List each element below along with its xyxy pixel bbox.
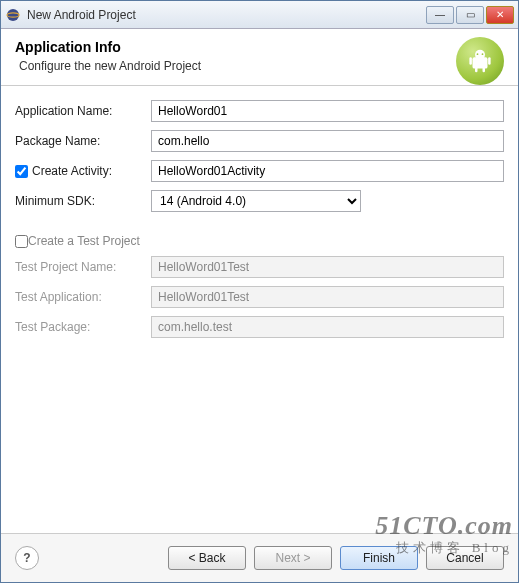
create-activity-label: Create Activity: [32, 164, 145, 178]
test-package-label: Test Package: [15, 320, 145, 334]
create-activity-checkbox[interactable] [15, 165, 28, 178]
package-name-label: Package Name: [15, 134, 145, 148]
svg-point-9 [482, 53, 484, 55]
test-application-label: Test Application: [15, 290, 145, 304]
window-controls: — ▭ ✕ [426, 6, 514, 24]
minimum-sdk-label: Minimum SDK: [15, 194, 145, 208]
minimize-button[interactable]: — [426, 6, 454, 24]
create-activity-input[interactable] [151, 160, 504, 182]
android-icon [456, 37, 504, 85]
page-title: Application Info [15, 39, 504, 55]
package-name-input[interactable] [151, 130, 504, 152]
svg-rect-7 [483, 67, 486, 72]
create-test-project-label: Create a Test Project [28, 234, 140, 248]
button-bar: ? < Back Next > Finish Cancel [1, 533, 518, 582]
dialog-window: New Android Project — ▭ ✕ Application In… [0, 0, 519, 583]
cancel-button[interactable]: Cancel [426, 546, 504, 570]
test-project-name-label: Test Project Name: [15, 260, 145, 274]
svg-point-8 [477, 53, 479, 55]
svg-point-0 [7, 9, 19, 21]
next-button: Next > [254, 546, 332, 570]
maximize-button[interactable]: ▭ [456, 6, 484, 24]
page-subtitle: Configure the new Android Project [19, 59, 504, 73]
svg-rect-6 [475, 67, 478, 72]
wizard-header: Application Info Configure the new Andro… [1, 29, 518, 86]
test-project-name-input [151, 256, 504, 278]
finish-button[interactable]: Finish [340, 546, 418, 570]
svg-rect-4 [469, 57, 472, 65]
back-button[interactable]: < Back [168, 546, 246, 570]
close-button[interactable]: ✕ [486, 6, 514, 24]
create-test-project-checkbox[interactable] [15, 235, 28, 248]
titlebar: New Android Project — ▭ ✕ [1, 1, 518, 29]
help-button[interactable]: ? [15, 546, 39, 570]
svg-point-3 [475, 50, 485, 60]
test-application-input [151, 286, 504, 308]
eclipse-icon [5, 7, 21, 23]
window-title: New Android Project [27, 8, 426, 22]
application-name-input[interactable] [151, 100, 504, 122]
svg-rect-5 [488, 57, 491, 65]
minimum-sdk-select[interactable]: 14 (Android 4.0) [151, 190, 361, 212]
form-area: Application Name: Package Name: Create A… [1, 86, 518, 533]
test-package-input [151, 316, 504, 338]
application-name-label: Application Name: [15, 104, 145, 118]
